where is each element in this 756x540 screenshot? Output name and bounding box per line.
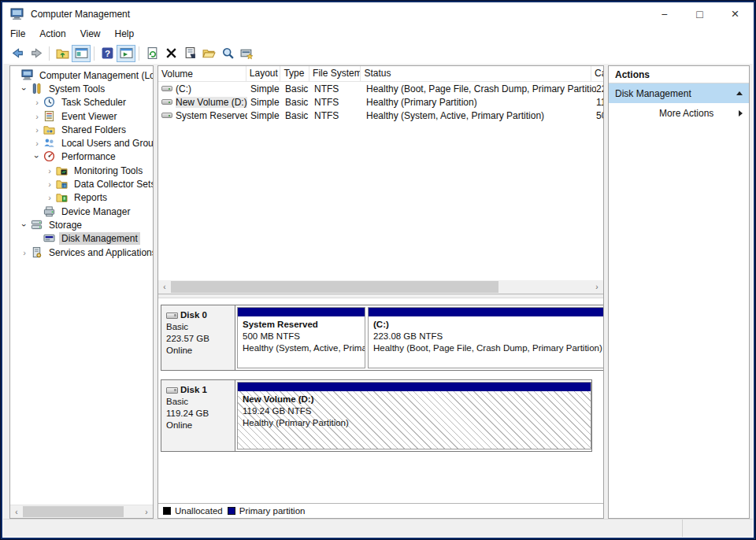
tree-item-local-users-and-groups[interactable]: › Local Users and Groups <box>10 136 153 150</box>
scrollbar-track[interactable] <box>171 280 591 294</box>
tools-icon <box>31 83 44 95</box>
properties-icon[interactable] <box>180 45 199 62</box>
disk-1-size: 119.24 GB <box>166 408 230 420</box>
up-one-level-icon[interactable] <box>53 45 72 62</box>
tree-item-task-scheduler[interactable]: › Task Scheduler <box>10 96 153 109</box>
menu-file[interactable]: File <box>3 26 32 42</box>
partition-c[interactable]: (C:) 223.08 GB NTFS Healthy (Boot, Page … <box>368 307 603 368</box>
primary-partition-bar <box>238 383 591 391</box>
scrollbar-track[interactable] <box>23 505 140 518</box>
menu-bar: File Action View Help <box>3 24 753 43</box>
column-header-file-system[interactable]: File System <box>309 66 361 81</box>
chevron-expanded-icon: › <box>32 150 42 163</box>
collapse-icon[interactable] <box>736 91 743 95</box>
unallocated-swatch <box>163 507 171 515</box>
column-header-capacity[interactable]: Ca <box>591 66 603 81</box>
tree-item-services-and-applications[interactable]: › Services and Applications <box>10 246 153 259</box>
column-header-layout[interactable]: Layout <box>246 66 281 81</box>
back-icon[interactable] <box>8 45 27 62</box>
graphical-view: Disk 0 Basic 223.57 GB Online System Res… <box>158 298 603 503</box>
volume-list-header: Volume Layout Type File System Status Ca <box>158 66 603 82</box>
forward-icon[interactable] <box>27 45 46 62</box>
toolbar-separator <box>94 46 94 61</box>
tree-item-computer-management[interactable]: Computer Management (Local) <box>10 68 153 82</box>
tree-item-shared-folders[interactable]: › Shared Folders <box>10 123 153 136</box>
tree-item-reports[interactable]: › Reports <box>10 191 153 205</box>
disk-0-row: Disk 0 Basic 223.57 GB Online System Res… <box>161 305 603 371</box>
tree-item-performance[interactable]: › Performance <box>10 150 153 164</box>
scrollbar-thumb[interactable] <box>23 506 124 517</box>
status-bar <box>3 519 753 537</box>
menu-action[interactable]: Action <box>32 26 72 42</box>
menu-help[interactable]: Help <box>108 26 142 42</box>
open-folder-icon[interactable] <box>199 45 218 62</box>
volume-row-c[interactable]: (C:) Simple Basic NTFS Healthy (Boot, Pa… <box>158 82 603 95</box>
partition-new-volume-d[interactable]: New Volume (D:) 119.24 GB NTFS Healthy (… <box>237 382 591 449</box>
shared-folders-icon <box>43 124 57 136</box>
actions-group-disk-management[interactable]: Disk Management <box>609 83 749 103</box>
minimize-button[interactable]: − <box>647 3 682 24</box>
legend: Unallocated Primary partition <box>158 503 603 518</box>
computer-icon <box>21 69 35 82</box>
chevron-collapsed-icon: › <box>31 125 43 135</box>
scroll-right-icon[interactable]: › <box>140 508 153 516</box>
toolbar-separator <box>139 46 139 61</box>
find-icon[interactable] <box>218 45 237 62</box>
tree-item-device-manager[interactable]: Device Manager <box>10 205 153 218</box>
scroll-right-icon[interactable]: › <box>591 283 603 291</box>
disk-management-icon <box>43 232 57 245</box>
chevron-collapsed-icon: › <box>43 193 56 202</box>
tree-item-event-viewer[interactable]: › Event Viewer <box>10 109 153 123</box>
partition-system-reserved[interactable]: System Reserved 500 MB NTFS Healthy (Sys… <box>237 307 365 368</box>
volume-row-d[interactable]: New Volume (D:) Simple Basic NTFS Health… <box>158 95 603 109</box>
status-bar-section <box>682 520 753 537</box>
toolbar-separator <box>49 46 50 61</box>
svg-text:?: ? <box>104 48 109 58</box>
disk-1-header[interactable]: Disk 1 Basic 119.24 GB Online <box>161 380 235 451</box>
show-action-pane-icon[interactable] <box>117 45 135 62</box>
title-bar: Computer Management − □ × <box>3 3 753 24</box>
tree-item-system-tools[interactable]: › System Tools <box>10 82 153 95</box>
tree-horizontal-scrollbar[interactable]: ‹ › <box>10 505 153 518</box>
tree-item-disk-management[interactable]: Disk Management <box>10 232 153 246</box>
disk-0-size: 223.57 GB <box>166 333 230 345</box>
refresh-icon[interactable] <box>143 45 161 62</box>
help-icon[interactable]: ? <box>98 45 117 62</box>
window-title: Computer Management <box>31 9 647 20</box>
disk-1-status: Online <box>166 420 230 431</box>
volume-list-horizontal-scrollbar[interactable]: ‹ › <box>158 280 603 294</box>
disk-icon <box>166 387 178 394</box>
volume-row-system-reserved[interactable]: System Reserved Simple Basic NTFS Health… <box>158 109 603 122</box>
chevron-expanded-icon: › <box>20 219 29 231</box>
column-header-type[interactable]: Type <box>280 66 309 81</box>
show-console-tree-icon[interactable] <box>72 45 91 62</box>
main-content: Computer Management (Local) › System Too… <box>3 64 753 519</box>
gauge-icon <box>43 150 57 163</box>
tree-item-monitoring-tools[interactable]: › Monitoring Tools <box>10 164 153 177</box>
scroll-left-icon[interactable]: ‹ <box>10 508 23 516</box>
console-tree-panel: Computer Management (Local) › System Too… <box>9 65 154 519</box>
disk-management-view: Volume Layout Type File System Status Ca… <box>158 65 604 519</box>
column-header-volume[interactable]: Volume <box>158 66 246 81</box>
chevron-collapsed-icon: › <box>31 139 43 148</box>
disk-0-header[interactable]: Disk 0 Basic 223.57 GB Online <box>161 305 235 370</box>
tree-item-storage[interactable]: › Storage <box>10 218 153 231</box>
folder-report-icon <box>56 191 69 204</box>
delete-icon[interactable] <box>161 45 180 62</box>
column-header-status[interactable]: Status <box>361 66 591 81</box>
disk-icon <box>166 313 178 319</box>
close-button[interactable]: × <box>717 3 753 24</box>
scrollbar-thumb[interactable] <box>171 281 498 293</box>
clock-icon <box>43 96 57 109</box>
disk-management-wizard-icon[interactable] <box>237 45 256 62</box>
volume-icon <box>161 113 172 118</box>
more-actions-item[interactable]: More Actions <box>609 103 749 123</box>
menu-view[interactable]: View <box>73 26 108 42</box>
disk-1-row: Disk 1 Basic 119.24 GB Online New Volume… <box>161 379 592 452</box>
maximize-button[interactable]: □ <box>682 3 717 24</box>
volume-icon <box>161 99 172 105</box>
submenu-arrow-icon <box>739 110 743 117</box>
chevron-collapsed-icon: › <box>43 166 56 176</box>
scroll-left-icon[interactable]: ‹ <box>158 283 171 291</box>
tree-item-data-collector-sets[interactable]: › Data Collector Sets <box>10 177 153 190</box>
